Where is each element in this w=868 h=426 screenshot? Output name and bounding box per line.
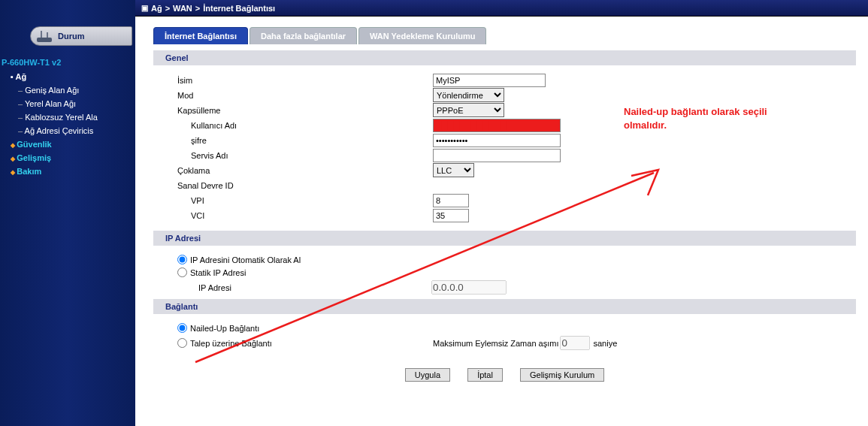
label-username: Kullanıcı Adı [177, 121, 433, 130]
label-idle-timeout: Maksimum Eylemsiz Zaman aşımı [433, 339, 558, 348]
label-ip-auto: IP Adresini Otomatik Olarak Al [190, 255, 301, 264]
section-header-general: Genel [153, 50, 856, 65]
input-username[interactable] [433, 119, 561, 132]
sidebar-item-wan[interactable]: Geniş Alan Ağı [14, 83, 135, 97]
label-vci: VCI [177, 211, 433, 220]
label-encapsulation: Kapsülleme [177, 106, 433, 115]
label-nailed-up: Nailed-Up Bağlantı [190, 324, 259, 333]
input-name[interactable] [433, 74, 546, 87]
radio-on-demand[interactable] [177, 338, 187, 348]
radio-ip-auto[interactable] [177, 255, 187, 264]
radio-nailed-up[interactable] [177, 323, 187, 333]
breadcrumb-marker-icon: ▣ [141, 4, 148, 12]
status-button[interactable]: Durum [30, 26, 132, 46]
annotation-text: Nailed-up bağlantı olarak seçili olmalıd… [624, 105, 789, 131]
input-service-name[interactable] [433, 149, 561, 162]
select-encapsulation[interactable]: PPPoE [433, 103, 504, 117]
status-label: Durum [58, 32, 84, 41]
label-password: şifre [177, 136, 433, 145]
sidebar: Durum P-660HW-T1 v2 ▪ Ağ Geniş Alan Ağı … [0, 0, 135, 426]
label-virtual-circuit: Sanal Devre ID [177, 181, 433, 190]
breadcrumb-leaf: İnternet Bağlantısı [203, 4, 275, 13]
input-ip-address [431, 280, 507, 295]
label-timeout-unit: saniye [593, 339, 617, 348]
select-mode[interactable]: Yönlendirme [433, 88, 504, 102]
apply-button[interactable]: Uygula [405, 368, 450, 382]
breadcrumb-mid: WAN [173, 4, 192, 13]
button-bar: Uygula İptal Gelişmiş Kurulum [153, 352, 856, 386]
sidebar-item-wlan[interactable]: Kablozsuz Yerel Ala [14, 110, 135, 124]
tab-bar: İnternet Bağlantısı Daha fazla bağlantıl… [153, 27, 856, 44]
label-ip-address: IP Adresi [198, 283, 431, 292]
label-mode: Mod [177, 91, 433, 100]
device-model: P-660HW-T1 v2 [0, 55, 135, 70]
input-idle-timeout [560, 336, 590, 350]
cancel-button[interactable]: İptal [467, 368, 503, 382]
label-on-demand: Talep üzerine Bağlantı [190, 339, 272, 348]
sidebar-item-advanced[interactable]: Gelişmiş [3, 151, 135, 165]
section-header-connection: Bağlantı [153, 299, 856, 314]
sidebar-item-security[interactable]: Güvenlik [3, 137, 135, 151]
breadcrumb: ▣ Ağ > WAN > İnternet Bağlantısı [135, 0, 868, 17]
svg-rect-0 [37, 38, 52, 42]
label-multiplexing: Çoklama [177, 166, 433, 175]
router-icon [35, 29, 55, 44]
radio-ip-static[interactable] [177, 267, 187, 277]
section-header-ip: IP Adresi [153, 231, 856, 246]
label-name: İsim [177, 76, 433, 85]
sidebar-item-lan[interactable]: Yerel Alan Ağı [14, 97, 135, 110]
label-vpi: VPI [177, 196, 433, 205]
label-service-name: Servis Adı [177, 151, 433, 160]
tab-internet-connection[interactable]: İnternet Bağlantısı [153, 27, 248, 44]
sidebar-item-maintenance[interactable]: Bakım [3, 165, 135, 178]
sidebar-item-nat[interactable]: Ağ Adresi Çeviricis [14, 124, 135, 137]
select-multiplexing[interactable]: LLC [433, 163, 474, 177]
label-ip-static: Statik IP Adresi [190, 268, 246, 277]
breadcrumb-root: Ağ [151, 4, 162, 13]
tab-wan-backup[interactable]: WAN Yedekleme Kurulumu [358, 27, 486, 44]
tab-more-connections[interactable]: Daha fazla bağlantılar [250, 27, 357, 44]
input-password[interactable] [433, 134, 561, 147]
sidebar-item-network[interactable]: ▪ Ağ [3, 70, 135, 83]
input-vci[interactable] [433, 209, 469, 222]
input-vpi[interactable] [433, 194, 469, 207]
advanced-setup-button[interactable]: Gelişmiş Kurulum [520, 368, 604, 382]
